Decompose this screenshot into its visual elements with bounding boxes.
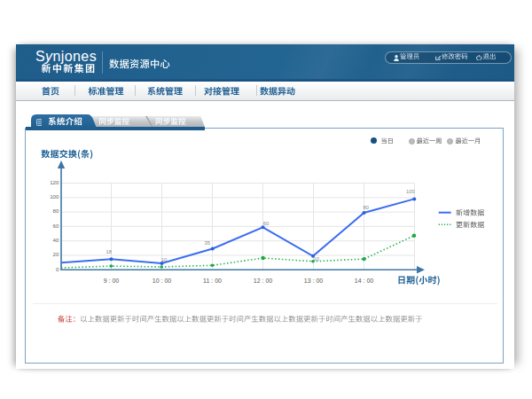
svg-text:80: 80 <box>364 205 369 210</box>
svg-text:100: 100 <box>406 189 415 194</box>
svg-text:40: 40 <box>53 237 59 243</box>
svg-text:10: 10 <box>314 256 319 262</box>
svg-text:120: 120 <box>50 179 59 185</box>
svg-text:14 : 00: 14 : 00 <box>355 278 374 284</box>
svg-text:10 : 00: 10 : 00 <box>153 278 172 284</box>
svg-text:0: 0 <box>56 266 59 272</box>
svg-text:18: 18 <box>106 249 112 254</box>
svg-text:60: 60 <box>263 221 269 226</box>
svg-text:35: 35 <box>204 240 209 246</box>
svg-text:11 : 00: 11 : 00 <box>203 278 222 284</box>
svg-text:13 : 00: 13 : 00 <box>304 278 324 284</box>
svg-text:20: 20 <box>53 251 59 257</box>
svg-text:12 : 00: 12 : 00 <box>254 278 273 284</box>
svg-text:60: 60 <box>53 223 59 229</box>
svg-text:100: 100 <box>50 193 59 200</box>
svg-text:10: 10 <box>161 257 167 262</box>
svg-text:80: 80 <box>53 207 59 214</box>
svg-text:9 : 00: 9 : 00 <box>104 278 120 284</box>
